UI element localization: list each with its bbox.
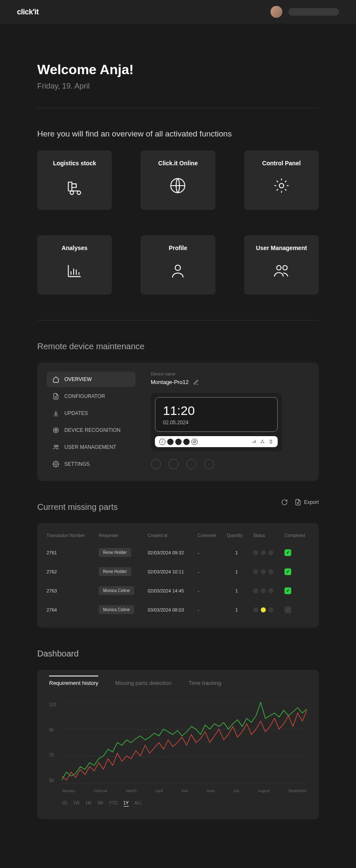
tile-usermgmt[interactable]: User Management — [244, 235, 319, 295]
export-button[interactable]: Export — [295, 499, 319, 506]
device-screen: 11:20 02.05.2024 ✓ @ — [151, 393, 282, 451]
tile-label: User Management — [256, 245, 307, 251]
remote-nav-overview[interactable]: OVERVIEW — [47, 372, 135, 387]
completed-badge: ✓ — [284, 606, 291, 613]
svg-rect-14 — [270, 440, 272, 443]
range-ALL[interactable]: ALL — [135, 801, 142, 807]
svg-point-6 — [55, 429, 57, 431]
tile-control[interactable]: Control Panel — [244, 150, 319, 210]
chart: 110907050 — [62, 702, 307, 783]
tile-label: Control Panel — [262, 160, 301, 167]
device-name-label: Device name — [151, 372, 309, 376]
signal-icon — [251, 439, 257, 444]
refresh-button[interactable] — [281, 499, 288, 506]
svg-point-10 — [55, 463, 57, 465]
profile-icon — [167, 260, 188, 283]
pager-dot[interactable] — [168, 459, 179, 469]
dash-tab[interactable]: Requirement history — [49, 676, 98, 690]
svg-point-5 — [53, 428, 58, 433]
analyses-icon — [64, 260, 85, 283]
column-header: Created at — [144, 526, 194, 543]
remote-nav-settings[interactable]: SETTINGS — [47, 456, 135, 472]
device-status-bar: ✓ @ — [155, 436, 278, 447]
status-dot — [183, 439, 190, 445]
check-icon: ✓ — [159, 439, 166, 445]
tile-label: Profile — [169, 245, 188, 251]
network-icon — [260, 439, 265, 444]
control-icon — [271, 175, 292, 198]
svg-point-11 — [262, 440, 263, 441]
tile-analyses[interactable]: Analyses — [37, 235, 112, 295]
dashboard-panel: Requirement historyMissing parts detecti… — [37, 670, 319, 819]
status-dot — [167, 439, 174, 445]
tile-label: Click.it Online — [158, 160, 198, 167]
table-row[interactable]: 2762 Rene Holder 02/03/2024 10:11 - 1 ✓ — [43, 562, 313, 581]
pager-dot[interactable] — [151, 459, 161, 469]
device-name: Montage-Pro12 — [151, 379, 189, 385]
column-header: Quantity — [224, 526, 250, 543]
completed-badge: ✓ — [284, 549, 291, 556]
status-dot — [175, 439, 182, 445]
dash-tab[interactable]: Time tracking — [188, 680, 221, 690]
pager-dot[interactable] — [186, 459, 196, 469]
range-YTD[interactable]: YTD — [109, 801, 118, 807]
svg-point-4 — [283, 266, 287, 270]
requester-chip: Monica Celine — [99, 605, 134, 614]
divider — [37, 108, 319, 108]
range-1D[interactable]: 1D — [62, 801, 67, 807]
column-header: Status — [250, 526, 281, 543]
svg-point-8 — [54, 445, 56, 447]
remote-nav-device-recognition[interactable]: DEVICE RECOGNITION — [47, 423, 135, 438]
range-3M[interactable]: 3M — [97, 801, 103, 807]
remote-nav-updates[interactable]: UPDATES — [47, 406, 135, 421]
date-label: Friday, 19. April — [37, 82, 319, 91]
tile-profile[interactable]: Profile — [141, 235, 215, 295]
parts-title: Current missing parts — [37, 502, 118, 512]
remote-nav-user-management[interactable]: USER MANAGEMENT — [47, 440, 135, 455]
range-1M[interactable]: 1M — [86, 801, 91, 807]
dashboard-title: Dashboard — [37, 649, 319, 659]
svg-point-13 — [263, 442, 264, 443]
svg-point-2 — [175, 265, 181, 271]
tile-online[interactable]: Click.it Online — [141, 150, 215, 210]
parts-table: Transaction NumberRequesterCreated atCom… — [37, 523, 319, 628]
column-header: Completed — [281, 526, 313, 543]
remote-nav-configurator[interactable]: CONFIGURATOR — [47, 389, 135, 404]
completed-badge: ✓ — [284, 568, 291, 575]
welcome-title: Welcome Anja! — [37, 62, 319, 78]
requester-chip: Rene Holder — [99, 567, 131, 576]
subtitle: Here you will find an overview of all ac… — [37, 129, 319, 139]
svg-point-7 — [55, 430, 56, 430]
dash-tab[interactable]: Missing parts detection — [115, 680, 171, 690]
column-header: Comment — [194, 526, 224, 543]
brand-logo: click'it — [17, 8, 39, 17]
column-header: Requester — [95, 526, 144, 543]
range-1W[interactable]: 1W — [73, 801, 80, 807]
logistics-icon — [64, 175, 85, 198]
divider — [37, 320, 319, 320]
svg-point-3 — [276, 266, 281, 270]
completed-badge: ✓ — [284, 587, 291, 594]
usermgmt-icon — [271, 260, 292, 283]
table-row[interactable]: 2763 Monica Celine 02/03/2024 14:45 - 1 … — [43, 581, 313, 600]
clock-time: 11:20 — [163, 403, 270, 418]
svg-point-12 — [261, 442, 262, 443]
table-row[interactable]: 2761 Rene Holder 02/03/2024 09:32 - 1 ✓ — [43, 543, 313, 562]
tile-label: Logistics stock — [53, 160, 96, 167]
clock-date: 02.05.2024 — [163, 420, 270, 426]
table-row[interactable]: 2764 Monica Celine 03/03/2024 08:03 - 1 … — [43, 600, 313, 619]
requester-chip: Rene Holder — [99, 548, 131, 557]
topbar: click'it — [0, 0, 356, 24]
avatar[interactable] — [270, 6, 282, 18]
edit-icon[interactable] — [193, 379, 199, 385]
svg-point-9 — [56, 445, 58, 447]
online-icon — [167, 175, 188, 198]
battery-icon — [268, 439, 273, 444]
remote-panel: OVERVIEWCONFIGURATORUPDATESDEVICE RECOGN… — [37, 362, 319, 481]
column-header: Transaction Number — [43, 526, 95, 543]
tile-logistics[interactable]: Logistics stock — [37, 150, 112, 210]
range-1Y[interactable]: 1Y — [124, 801, 129, 807]
remote-title: Remote device maintenance — [37, 342, 319, 351]
search-input[interactable] — [288, 8, 339, 16]
pager-dot[interactable] — [204, 459, 214, 469]
